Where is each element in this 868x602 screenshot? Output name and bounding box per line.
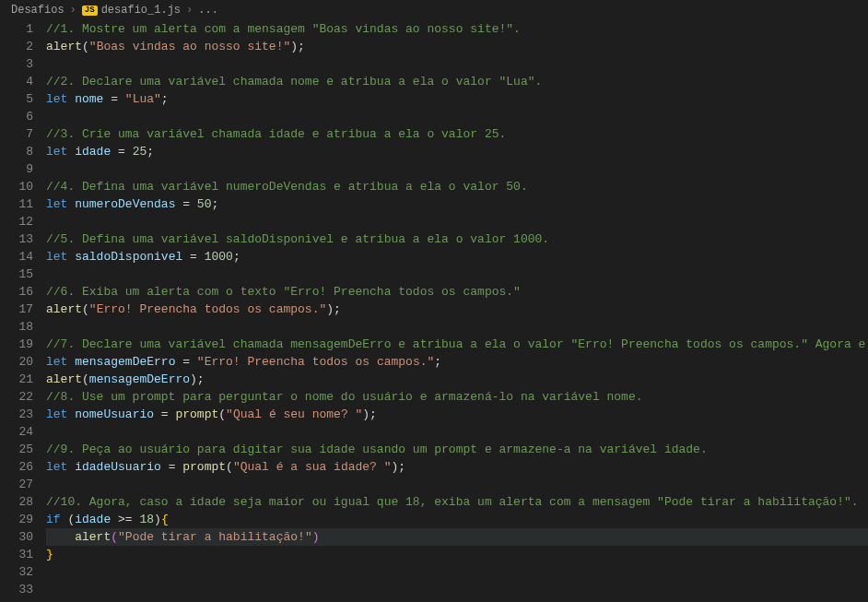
line-number: 3: [0, 55, 33, 73]
code-token: nomeUsuario: [75, 407, 154, 421]
code-line[interactable]: //4. Defina uma variável numeroDeVendas …: [46, 178, 868, 195]
code-token: numeroDeVendas: [75, 197, 175, 211]
code-line[interactable]: }: [46, 546, 868, 563]
code-line[interactable]: alert("Pode tirar a habilitação!"): [46, 528, 868, 546]
line-number: 4: [0, 73, 33, 90]
code-token: 1000: [205, 250, 233, 264]
breadcrumb-folder[interactable]: Desafios: [11, 4, 65, 17]
code-editor[interactable]: 1234567891011121314151617181920212223242…: [0, 20, 868, 602]
code-token: let: [46, 145, 75, 159]
code-line[interactable]: [46, 581, 868, 598]
line-number: 30: [0, 528, 33, 546]
code-token: 25: [133, 145, 147, 159]
code-token: mensagemDeErro: [89, 372, 190, 386]
code-line[interactable]: [46, 476, 868, 493]
code-token: //4. Defina uma variável numeroDeVendas …: [46, 180, 528, 194]
breadcrumb-file[interactable]: desafio_1.js: [101, 4, 181, 17]
code-token: let: [46, 250, 75, 264]
breadcrumb-separator-icon: ›: [70, 4, 76, 17]
line-number: 21: [0, 371, 33, 388]
code-token: //1. Mostre um alerta com a mensagem "Bo…: [46, 22, 521, 36]
code-line[interactable]: [46, 160, 868, 178]
code-line[interactable]: let nomeUsuario = prompt("Qual é seu nom…: [46, 406, 868, 423]
code-line[interactable]: [46, 213, 868, 230]
code-token: =: [154, 407, 175, 421]
code-token: [46, 530, 75, 544]
code-token: (: [82, 302, 89, 316]
code-line[interactable]: [46, 318, 868, 336]
code-line[interactable]: let idade = 25;: [46, 143, 868, 160]
code-token: =: [175, 197, 196, 211]
code-token: }: [46, 548, 53, 561]
code-token: "Erro! Preencha todos os campos.": [89, 302, 326, 316]
code-token: >=: [111, 513, 139, 526]
code-token: idadeUsuario: [75, 460, 161, 474]
breadcrumb-separator-icon: ›: [186, 4, 193, 17]
code-line[interactable]: //7. Declare uma variável chamada mensag…: [46, 336, 868, 353]
code-line[interactable]: //1. Mostre um alerta com a mensagem "Bo…: [46, 20, 868, 38]
code-line[interactable]: [46, 423, 868, 441]
line-number-gutter: 1234567891011121314151617181920212223242…: [0, 20, 46, 602]
code-token: (: [61, 513, 76, 526]
code-token: //9. Peça ao usuário para digitar sua id…: [46, 443, 708, 456]
code-line[interactable]: if (idade >= 18){: [46, 511, 868, 528]
code-token: ): [154, 513, 161, 526]
code-token: alert: [75, 530, 111, 544]
code-line[interactable]: //9. Peça ao usuário para digitar sua id…: [46, 441, 868, 458]
code-content[interactable]: //1. Mostre um alerta com a mensagem "Bo…: [46, 20, 868, 602]
line-number: 6: [0, 108, 33, 125]
line-number: 27: [0, 476, 33, 493]
breadcrumb[interactable]: Desafios › JS desafio_1.js › ...: [0, 0, 868, 20]
code-token: ;: [233, 250, 240, 264]
line-number: 2: [0, 38, 33, 55]
code-token: idade: [75, 145, 111, 159]
line-number: 13: [0, 230, 33, 248]
code-line[interactable]: //6. Exiba um alerta com o texto "Erro! …: [46, 283, 868, 301]
line-number: 33: [0, 581, 33, 598]
line-number: 12: [0, 213, 33, 230]
line-number: 28: [0, 493, 33, 511]
code-line[interactable]: alert(mensagemDeErro);: [46, 371, 868, 388]
line-number: 17: [0, 301, 33, 318]
line-number: 7: [0, 125, 33, 143]
code-line[interactable]: alert("Erro! Preencha todos os campos.")…: [46, 301, 868, 318]
code-token: );: [190, 372, 205, 386]
code-line[interactable]: [46, 108, 868, 125]
code-token: //8. Use um prompt para perguntar o nome…: [46, 390, 643, 404]
code-token: let: [46, 460, 75, 474]
code-line[interactable]: //10. Agora, caso a idade seja maior ou …: [46, 493, 868, 511]
code-line[interactable]: let nome = "Lua";: [46, 90, 868, 108]
code-token: let: [46, 197, 75, 211]
code-token: nome: [75, 92, 103, 106]
code-line[interactable]: //3. Crie uma variável chamada idade e a…: [46, 125, 868, 143]
line-number: 16: [0, 283, 33, 301]
code-token: alert: [46, 40, 82, 53]
code-line[interactable]: alert("Boas vindas ao nosso site!");: [46, 38, 868, 55]
line-number: 24: [0, 423, 33, 441]
line-number: 19: [0, 336, 33, 353]
code-token: (: [218, 407, 226, 421]
code-token: prompt: [175, 407, 218, 421]
js-file-icon: JS: [82, 6, 98, 16]
line-number: 8: [0, 143, 33, 160]
code-token: {: [161, 513, 169, 526]
code-token: =: [111, 145, 132, 159]
code-token: ;: [434, 355, 441, 369]
code-token: 18: [139, 513, 154, 526]
code-line[interactable]: //2. Declare uma variável chamada nome e…: [46, 73, 868, 90]
code-line[interactable]: //8. Use um prompt para perguntar o nome…: [46, 388, 868, 406]
breadcrumb-trail[interactable]: ...: [198, 4, 218, 17]
code-line[interactable]: let saldoDisponivel = 1000;: [46, 248, 868, 266]
code-token: "Pode tirar a habilitação!": [118, 530, 312, 544]
line-number: 31: [0, 546, 33, 563]
code-token: alert: [46, 302, 82, 316]
code-line[interactable]: [46, 55, 868, 73]
code-line[interactable]: [46, 563, 868, 581]
code-token: //3. Crie uma variável chamada idade e a…: [46, 127, 506, 141]
line-number: 10: [0, 178, 33, 195]
code-line[interactable]: let mensagemDeErro = "Erro! Preencha tod…: [46, 353, 868, 371]
code-line[interactable]: let numeroDeVendas = 50;: [46, 195, 868, 213]
code-line[interactable]: //5. Defina uma variável saldoDisponivel…: [46, 230, 868, 248]
code-line[interactable]: let idadeUsuario = prompt("Qual é a sua …: [46, 458, 868, 476]
code-line[interactable]: [46, 266, 868, 283]
